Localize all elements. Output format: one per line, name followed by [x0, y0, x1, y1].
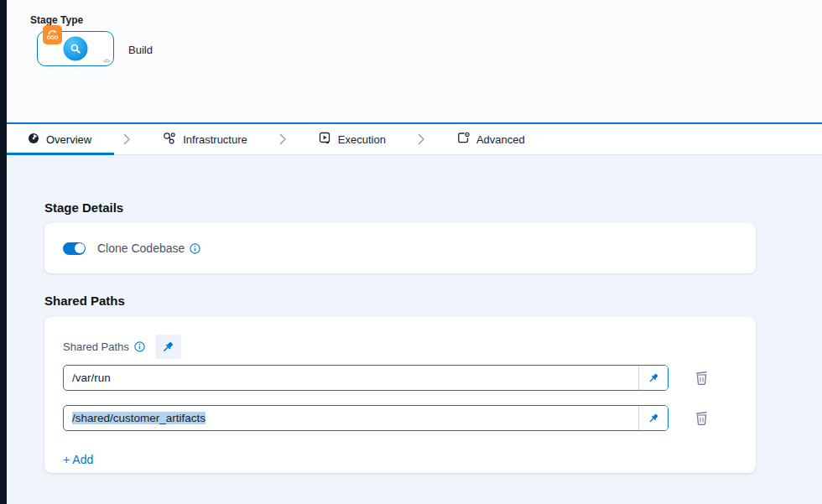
infrastructure-icon [163, 132, 176, 148]
chevron-right-icon [279, 133, 287, 145]
left-dark-strip [0, 0, 7, 504]
stage-type-label: Stage Type [30, 14, 83, 26]
tab-overview-label: Overview [46, 132, 91, 146]
shared-path-value-0: /var/run [64, 366, 638, 390]
delete-path-button-0[interactable] [695, 370, 709, 386]
toggle-knob [75, 243, 85, 253]
tab-execution-label: Execution [338, 132, 386, 146]
tab-execution[interactable]: Execution [319, 132, 386, 147]
clone-codebase-label: Clone Codebase [97, 242, 185, 255]
shared-paths-heading: Shared Paths [44, 294, 822, 308]
tab-advanced-label: Advanced [476, 132, 525, 146]
chevron-right-icon [123, 133, 131, 145]
stage-type-header: Stage Type </> [7, 0, 822, 122]
pushpin-icon[interactable] [639, 366, 668, 390]
pushpin-icon[interactable] [639, 406, 668, 430]
shared-path-value-1: /shared/customer_artifacts [64, 406, 638, 430]
shared-path-input-1[interactable]: /shared/customer_artifacts [63, 405, 669, 431]
info-circle-icon[interactable] [190, 243, 200, 254]
clone-codebase-toggle[interactable] [63, 242, 86, 255]
tab-infrastructure[interactable]: Infrastructure [163, 132, 247, 148]
advanced-icon [457, 132, 470, 147]
add-path-button[interactable]: + Add [63, 453, 93, 466]
shared-paths-card: Shared Paths [44, 317, 756, 473]
shared-paths-field-label: Shared Paths [63, 340, 129, 353]
tab-overview[interactable]: Overview [28, 132, 91, 147]
shared-path-row: /var/run [63, 365, 737, 391]
execution-icon [319, 132, 331, 147]
overview-icon [28, 132, 39, 147]
code-glyph-icon: </> [103, 58, 109, 64]
shared-path-input-0[interactable]: /var/run [63, 365, 669, 391]
pin-toggle-button[interactable] [155, 335, 181, 359]
stage-type-card[interactable]: </> [37, 31, 114, 66]
stage-details-heading: Stage Details [44, 200, 822, 215]
stage-config-page: Stage Type </> [0, 0, 822, 504]
main-panel: Stage Type </> [7, 0, 822, 504]
stage-tabbar: Overview Infrastructure [7, 122, 822, 155]
tab-advanced[interactable]: Advanced [457, 132, 525, 147]
chevron-right-icon [418, 133, 425, 145]
build-stage-icon [64, 37, 88, 61]
stage-details-card: Clone Codebase [44, 223, 756, 273]
delete-path-button-1[interactable] [695, 410, 709, 426]
pipeline-badge-icon [43, 25, 62, 44]
active-tab-underline [7, 153, 114, 155]
shared-paths-label-row: Shared Paths [63, 335, 737, 359]
tab-infrastructure-label: Infrastructure [183, 132, 247, 146]
info-circle-icon[interactable] [134, 341, 145, 352]
overview-tab-content: Stage Details Clone Codebase Shared Path… [7, 155, 822, 504]
stage-name: Build [128, 44, 153, 56]
shared-path-row: /shared/customer_artifacts [63, 405, 737, 431]
